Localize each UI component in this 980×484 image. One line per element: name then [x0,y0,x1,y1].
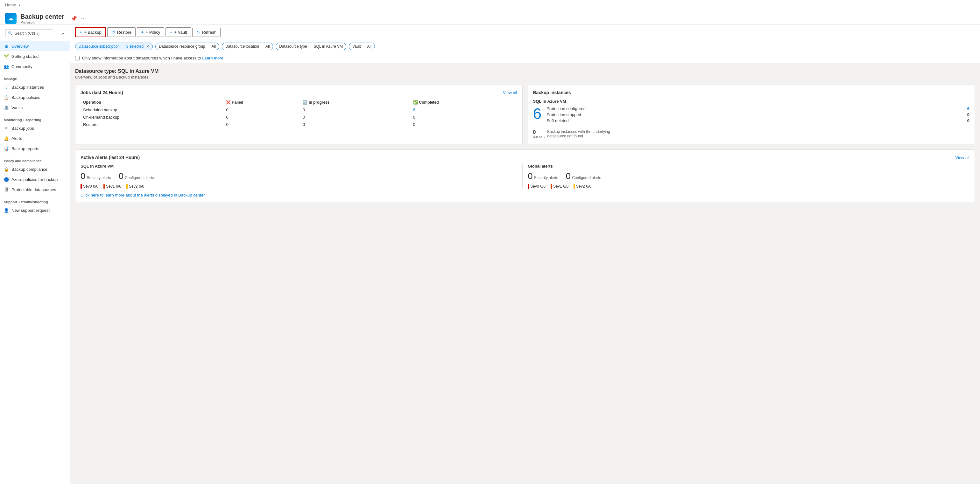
alerts-global-configured-num: 0 Configured alerts [566,171,601,181]
sidebar-item-protectable-datasources[interactable]: 🗄 Protectable datasources [0,184,70,195]
sev0-bar [81,184,82,189]
sidebar-search-box[interactable]: 🔍 Search (Ctrl+/) [5,30,53,37]
sidebar-label-vaults: Vaults [11,105,22,110]
jobs-col-progress-label: In progress [309,100,329,105]
overview-icon: ⊞ [4,44,9,49]
app-icon: ☁ [5,13,17,24]
vault-button[interactable]: + + Vault [165,27,191,37]
breadcrumb-home[interactable]: Home [5,3,16,7]
sidebar-item-new-support[interactable]: 👤 New support request [0,205,70,215]
more-icon[interactable]: ⋯ [81,16,86,22]
alerts-sql-configured-num: 0 Configured alerts [119,171,154,181]
sidebar-item-backup-policies[interactable]: 📋 Backup policies [0,92,70,102]
jobs-col-failed: ❌ Failed [223,99,300,106]
sidebar-item-alerts[interactable]: 🔔 Alerts [0,133,70,143]
filter-vault[interactable]: Vault == All [349,43,375,50]
page-section-title: Datasource type: SQL in Azure VM [75,68,975,74]
sidebar-item-backup-reports[interactable]: 📊 Backup reports [0,143,70,154]
global-sev1-value: 0/0 [563,184,568,189]
pin-icon[interactable]: 📌 [71,16,77,22]
sev0-value: 0/0 [93,184,99,189]
alerts-sql-security-count: 0 [81,171,86,181]
bi-row-0-label: Protection configured [547,106,585,111]
alerts-card: Active Alerts (last 24 Hours) View all S… [75,149,975,203]
sidebar-label-backup-policies: Backup policies [11,95,40,100]
learn-more-link[interactable]: Learn more. [202,56,224,60]
sidebar-item-backup-jobs[interactable]: ≡ Backup jobs [0,123,70,133]
sidebar-label-backup-compliance: Backup compliance [11,167,48,172]
sidebar-item-azure-policies[interactable]: 🔵 Azure policies for backup [0,174,70,184]
global-sev2-label: Sev2 [576,184,585,189]
alerts-global-security-count: 0 [528,171,533,181]
toolbar: + + Backup ↺ Restore + + Policy + + Vaul… [70,24,980,40]
job-row-0-completed: 6 [410,106,517,114]
sidebar-label-new-support: New support request [11,208,50,213]
jobs-col-failed-label: Failed [232,100,243,105]
global-sev0-label: Sev0 [530,184,539,189]
alerts-view-all-link[interactable]: View all [955,155,969,160]
backup-instances-card-title: Backup instances [533,90,571,95]
new-support-icon: 👤 [4,208,9,213]
sev1-bar [103,184,105,189]
sidebar-item-backup-compliance[interactable]: 🔒 Backup compliance [0,164,70,174]
sidebar-label-getting-started: Getting started [11,54,38,59]
sidebar-item-vaults[interactable]: 🏦 Vaults [0,102,70,113]
backup-compliance-icon: 🔒 [4,167,9,172]
bi-row-1-label: Protection stopped [547,112,581,117]
bi-row-0-value[interactable]: 6 [967,106,969,111]
sidebar-collapse-button[interactable]: « [58,30,67,38]
search-row: 🔍 Search (Ctrl+/) « [0,27,70,41]
job-row-1-failed: 0 [223,114,300,121]
jobs-col-progress: 🔄 In progress [300,99,410,106]
filter-location[interactable]: Datasource location == All [222,43,273,50]
bi-big-number: 6 [533,106,542,124]
page-section-subtitle: Overview of Jobs and Backup instances [75,75,975,79]
filter-subscription[interactable]: Datasource subscription == 3 selected ✕ [75,43,153,50]
cards-row-top: Jobs (last 24 Hours) View all Operation [75,84,975,144]
sidebar-item-community[interactable]: 👥 Community [0,61,70,71]
sidebar-item-backup-instances[interactable]: 🛡 Backup instances [0,82,70,92]
bi-sub-num-area: 0 out of 6 [533,129,545,139]
backup-instances-card-header: Backup instances [533,90,970,95]
datasource-access-checkbox[interactable] [75,56,80,60]
breadcrumb-home-label: Home [5,3,16,7]
alerts-learn-more-link[interactable]: Click here to learn more about the alert… [81,193,205,197]
policy-label: + Policy [145,30,160,35]
filters-bar: Datasource subscription == 3 selected ✕ … [70,40,980,53]
alerts-sql-sev-row: Sev0 0/0 Sev1 0/0 Sev2 0/0 [81,184,517,189]
backup-button[interactable]: + + Backup [75,27,106,37]
alerts-sql-security-num: 0 Security alerts [81,171,111,181]
header-icons: 📌 ⋯ [71,16,86,22]
vault-label: + Vault [174,30,187,35]
table-row: Scheduled backup 0 0 6 [81,106,517,114]
refresh-button[interactable]: ↻ Refresh [192,28,221,37]
filter-subscription-close[interactable]: ✕ [146,44,149,49]
filter-vault-label: Vault == All [352,44,371,49]
job-row-2-op: Restore [81,121,223,128]
filter-datasource-type[interactable]: Datasource type == SQL in Azure VM [276,43,346,50]
jobs-view-all-link[interactable]: View all [503,90,517,95]
restore-button[interactable]: ↺ Restore [107,27,136,37]
sev2-label: Sev2 [129,184,137,189]
manage-section-label: Manage [0,73,70,82]
sidebar-item-getting-started[interactable]: 🌱 Getting started [0,51,70,61]
sev1-label: Sev1 [106,184,115,189]
sidebar-label-protectable-datasources: Protectable datasources [11,187,56,192]
policy-button[interactable]: + + Policy [137,27,164,37]
jobs-card-header: Jobs (last 24 Hours) View all [81,90,517,95]
filter-location-label: Datasource location == All [225,44,270,49]
refresh-icon: ↻ [196,30,200,35]
sev2-value: 0/0 [139,184,144,189]
policy-section-label: Policy and compliance [0,155,70,164]
backup-label: + Backup [84,30,102,35]
community-icon: 👥 [4,64,9,69]
alerts-global-configured-count: 0 [566,171,571,181]
job-row-0-op: Scheduled backup [81,106,223,114]
global-sev1-bar [550,184,552,189]
global-sev0-bar [528,184,529,189]
datasource-access-label: Only show information about datasources … [82,56,224,60]
alerts-card-header: Active Alerts (last 24 Hours) View all [81,155,969,160]
sidebar-item-overview[interactable]: ⊞ Overview [0,41,70,51]
bi-row-2-value: 0 [967,118,969,123]
filter-resource-group[interactable]: Datasource resource group == All [155,43,219,50]
